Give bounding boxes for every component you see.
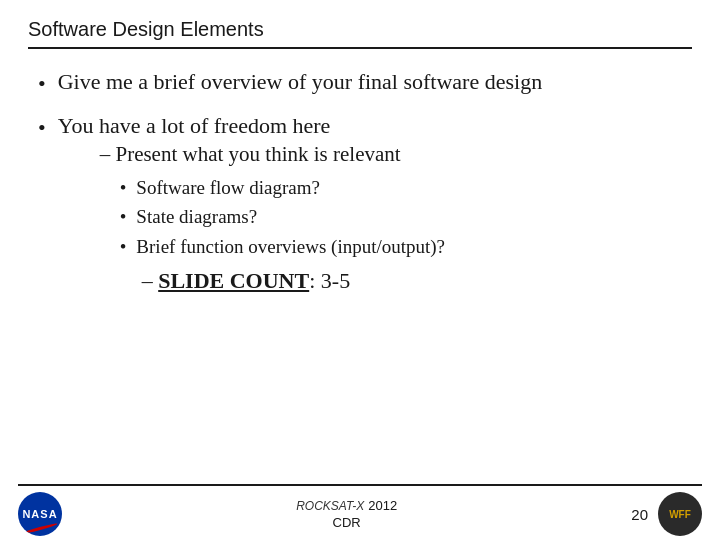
sub-bullet-dot-2: • bbox=[120, 204, 127, 230]
sub-sub-text-3: Brief function overviews (input/output)? bbox=[136, 234, 445, 260]
wff-logo: WFF bbox=[658, 492, 702, 536]
bullet-item-2: • You have a lot of freedom here – Prese… bbox=[38, 111, 682, 306]
sub-sub-text-2: State diagrams? bbox=[136, 204, 257, 230]
wff-text: WFF bbox=[669, 509, 691, 520]
bullet-text-2-label: You have a lot of freedom here bbox=[58, 113, 331, 138]
title-divider bbox=[28, 47, 692, 49]
slide-count-prefix: – bbox=[142, 268, 159, 293]
sub-bullet-group: – Present what you think is relevant • S… bbox=[100, 140, 682, 295]
footer-year: 2012 bbox=[368, 498, 397, 513]
rocksat-logo: ROCKSAT-X 2012 bbox=[296, 498, 397, 513]
sub-sub-bullets: • Software flow diagram? • State diagram… bbox=[120, 175, 682, 260]
bullet-text-1: Give me a brief overview of your final s… bbox=[58, 67, 682, 97]
bullet-dot-1: • bbox=[38, 69, 46, 99]
footer: NASA ROCKSAT-X 2012 CDR 20 WFF bbox=[0, 484, 720, 540]
dash-item-slide-count: – SLIDE COUNT: 3-5 bbox=[142, 266, 682, 296]
dash-text-1: – Present what you think is relevant bbox=[100, 142, 401, 166]
slide-container: Software Design Elements • Give me a bri… bbox=[0, 0, 720, 540]
footer-content: NASA ROCKSAT-X 2012 CDR 20 WFF bbox=[0, 486, 720, 540]
sub-bullet-dot-3: • bbox=[120, 234, 127, 260]
bullet-item-1: • Give me a brief overview of your final… bbox=[38, 67, 682, 99]
sub-sub-item-2: • State diagrams? bbox=[120, 204, 682, 230]
rocksat-brand-text: ROCKSAT-X bbox=[296, 499, 364, 513]
slide-title: Software Design Elements bbox=[28, 18, 692, 41]
nasa-text: NASA bbox=[22, 508, 57, 520]
footer-cdr: CDR bbox=[333, 515, 361, 530]
sub-bullet-dot-1: • bbox=[120, 175, 127, 201]
sub-sub-text-1: Software flow diagram? bbox=[136, 175, 320, 201]
nasa-logo: NASA bbox=[18, 492, 62, 536]
footer-center: ROCKSAT-X 2012 CDR bbox=[296, 498, 397, 530]
slide-count-suffix: : 3-5 bbox=[309, 268, 350, 293]
slide-count-label: SLIDE COUNT bbox=[158, 268, 309, 293]
content-area: • Give me a brief overview of your final… bbox=[28, 67, 692, 305]
sub-sub-item-3: • Brief function overviews (input/output… bbox=[120, 234, 682, 260]
dash-item-1: – Present what you think is relevant • S… bbox=[100, 140, 682, 259]
bullet-text-2: You have a lot of freedom here – Present… bbox=[58, 111, 682, 306]
bullet-dot-2: • bbox=[38, 113, 46, 143]
sub-sub-item-1: • Software flow diagram? bbox=[120, 175, 682, 201]
footer-page-number: 20 bbox=[631, 506, 648, 523]
